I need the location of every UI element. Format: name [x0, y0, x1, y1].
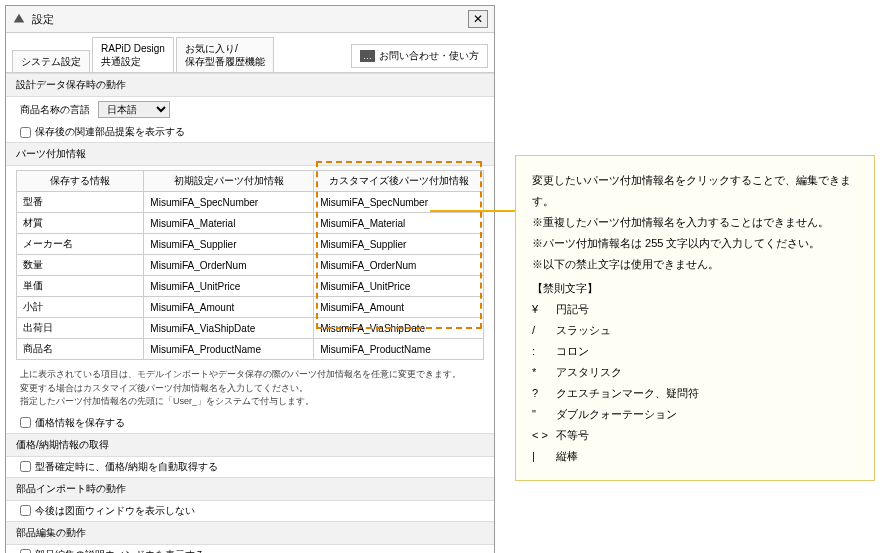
table-row: 型番MisumiFA_SpecNumberMisumiFA_SpecNumber: [17, 192, 484, 213]
forbidden-row: /スラッシュ: [532, 320, 858, 341]
table-row: 材質MisumiFA_MaterialMisumiFA_Material: [17, 213, 484, 234]
show-related-checkbox[interactable]: [20, 127, 31, 138]
lang-label: 商品名称の言語: [20, 103, 90, 117]
forbidden-row: *アスタリスク: [532, 362, 858, 383]
section-parts-info: パーツ付加情報: [6, 142, 494, 166]
section-edit-behavior: 部品編集の動作: [6, 521, 494, 545]
forbidden-desc: アスタリスク: [556, 366, 622, 378]
show-edit-help-label: 部品編集の説明ウィンドウを表示する: [35, 548, 205, 554]
forbidden-desc: 不等号: [556, 429, 589, 441]
callout-wrap: 変更したいパーツ付加情報名をクリックすることで、編集できます。 ※重複したパーツ…: [515, 155, 875, 481]
forbidden-symbol: ": [532, 404, 556, 425]
cell-save: メーカー名: [17, 234, 144, 255]
forbidden-row: ?クエスチョンマーク、疑問符: [532, 383, 858, 404]
table-row: 出荷日MisumiFA_ViaShipDateMisumiFA_ViaShipD…: [17, 318, 484, 339]
cell-custom[interactable]: MisumiFA_ViaShipDate: [314, 318, 484, 339]
parts-table-wrap: 保存する情報 初期設定パーツ付加情報 カスタマイズ後パーツ付加情報 型番Misu…: [6, 166, 494, 364]
tab-system[interactable]: システム設定: [12, 50, 90, 72]
table-row: 小計MisumiFA_AmountMisumiFA_Amount: [17, 297, 484, 318]
chat-icon: …: [360, 50, 375, 62]
forbidden-symbol: *: [532, 362, 556, 383]
forbidden-symbol: /: [532, 320, 556, 341]
cell-save: 数量: [17, 255, 144, 276]
forbidden-desc: 円記号: [556, 303, 589, 315]
cell-default: MisumiFA_Supplier: [144, 234, 314, 255]
close-button[interactable]: ✕: [468, 10, 488, 28]
table-row: 単価MisumiFA_UnitPriceMisumiFA_UnitPrice: [17, 276, 484, 297]
tab-favorite[interactable]: お気に入り/ 保存型番履歴機能: [176, 37, 274, 72]
th-save: 保存する情報: [17, 171, 144, 192]
forbidden-row: < >不等号: [532, 425, 858, 446]
cell-save: 出荷日: [17, 318, 144, 339]
forbidden-desc: 縦棒: [556, 450, 578, 462]
forbidden-row: "ダブルクォーテーション: [532, 404, 858, 425]
table-row: メーカー名MisumiFA_SupplierMisumiFA_Supplier: [17, 234, 484, 255]
cell-default: MisumiFA_SpecNumber: [144, 192, 314, 213]
tab-row: システム設定 RAPiD Design 共通設定 お気に入り/ 保存型番履歴機能…: [6, 33, 494, 73]
callout-leader-line: [430, 210, 515, 212]
hide-drawing-checkbox[interactable]: [20, 505, 31, 516]
cell-default: MisumiFA_UnitPrice: [144, 276, 314, 297]
cell-custom[interactable]: MisumiFA_Amount: [314, 297, 484, 318]
help-button-label: お問い合わせ・使い方: [379, 49, 479, 63]
section-save-behavior: 設計データ保存時の動作: [6, 73, 494, 97]
cell-save: 小計: [17, 297, 144, 318]
cell-default: MisumiFA_ProductName: [144, 339, 314, 360]
cell-default: MisumiFA_OrderNum: [144, 255, 314, 276]
help-button[interactable]: … お問い合わせ・使い方: [351, 44, 488, 68]
section-price-info: 価格/納期情報の取得: [6, 433, 494, 457]
cell-default: MisumiFA_Amount: [144, 297, 314, 318]
cell-save: 商品名: [17, 339, 144, 360]
forbidden-desc: コロン: [556, 345, 589, 357]
callout-l2: ※重複したパーツ付加情報名を入力することはできません。: [532, 212, 858, 233]
app-icon: [12, 12, 26, 26]
hide-drawing-label: 今後は図面ウィンドウを表示しない: [35, 504, 195, 518]
th-default: 初期設定パーツ付加情報: [144, 171, 314, 192]
table-note: 上に表示されている項目は、モデルインボートやデータ保存の際のパーツ付加情報名を任…: [6, 364, 494, 413]
cell-save: 単価: [17, 276, 144, 297]
show-related-label: 保存後の関連部品提案を表示する: [35, 125, 185, 139]
callout-l4: ※以下の禁止文字は使用できません。: [532, 254, 858, 275]
cell-save: 材質: [17, 213, 144, 234]
lang-select[interactable]: 日本語: [98, 101, 170, 118]
forbidden-desc: ダブルクォーテーション: [556, 408, 677, 420]
forbidden-list: ¥円記号/スラッシュ:コロン*アスタリスク?クエスチョンマーク、疑問符"ダブルク…: [532, 299, 858, 466]
auto-fetch-label: 型番確定時に、価格/納期を自動取得する: [35, 460, 218, 474]
forbidden-row: :コロン: [532, 341, 858, 362]
forbidden-symbol: < >: [532, 425, 556, 446]
titlebar: 設定 ✕: [6, 6, 494, 33]
table-row: 商品名MisumiFA_ProductNameMisumiFA_ProductN…: [17, 339, 484, 360]
cell-custom[interactable]: MisumiFA_Material: [314, 213, 484, 234]
save-price-checkbox[interactable]: [20, 417, 31, 428]
forbidden-symbol: |: [532, 446, 556, 467]
forbidden-row: |縦棒: [532, 446, 858, 467]
forbidden-title: 【禁則文字】: [532, 278, 858, 299]
show-edit-help-checkbox[interactable]: [20, 549, 31, 553]
cell-custom[interactable]: MisumiFA_OrderNum: [314, 255, 484, 276]
callout-l3: ※パーツ付加情報名は 255 文字以内で入力してください。: [532, 233, 858, 254]
cell-custom[interactable]: MisumiFA_Supplier: [314, 234, 484, 255]
th-custom: カスタマイズ後パーツ付加情報: [314, 171, 484, 192]
forbidden-desc: スラッシュ: [556, 324, 611, 336]
save-price-label: 価格情報を保存する: [35, 416, 125, 430]
content-area: 設計データ保存時の動作 商品名称の言語 日本語 保存後の関連部品提案を表示する …: [6, 73, 494, 553]
section-import-behavior: 部品インポート時の動作: [6, 477, 494, 501]
forbidden-desc: クエスチョンマーク、疑問符: [556, 387, 699, 399]
callout-box: 変更したいパーツ付加情報名をクリックすることで、編集できます。 ※重複したパーツ…: [515, 155, 875, 481]
parts-table: 保存する情報 初期設定パーツ付加情報 カスタマイズ後パーツ付加情報 型番Misu…: [16, 170, 484, 360]
cell-save: 型番: [17, 192, 144, 213]
cell-default: MisumiFA_Material: [144, 213, 314, 234]
tab-rapid[interactable]: RAPiD Design 共通設定: [92, 37, 174, 72]
cell-custom[interactable]: MisumiFA_UnitPrice: [314, 276, 484, 297]
forbidden-symbol: :: [532, 341, 556, 362]
table-row: 数量MisumiFA_OrderNumMisumiFA_OrderNum: [17, 255, 484, 276]
forbidden-row: ¥円記号: [532, 299, 858, 320]
window-title: 設定: [32, 12, 468, 27]
lang-row: 商品名称の言語 日本語: [6, 97, 494, 122]
settings-dialog: 設定 ✕ システム設定 RAPiD Design 共通設定 お気に入り/ 保存型…: [5, 5, 495, 553]
callout-l1: 変更したいパーツ付加情報名をクリックすることで、編集できます。: [532, 170, 858, 212]
forbidden-symbol: ?: [532, 383, 556, 404]
cell-custom[interactable]: MisumiFA_ProductName: [314, 339, 484, 360]
auto-fetch-checkbox[interactable]: [20, 461, 31, 472]
forbidden-symbol: ¥: [532, 299, 556, 320]
